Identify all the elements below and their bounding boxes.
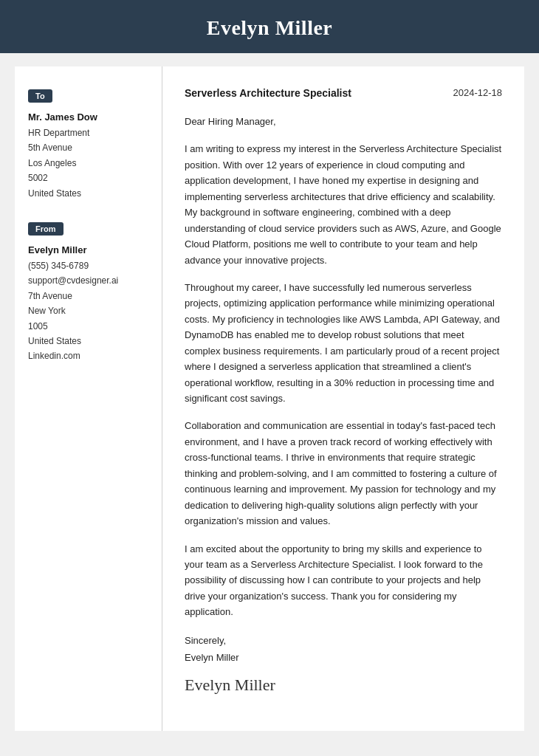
sender-city: New York	[28, 306, 66, 316]
to-badge: To	[28, 89, 52, 103]
recipient-city: Los Angeles	[28, 158, 76, 168]
content-area: To Mr. James Dow HR Department 5th Avenu…	[15, 66, 524, 731]
letter-salutation: Dear Hiring Manager,	[185, 114, 502, 129]
letter-body: Dear Hiring Manager, I am writing to exp…	[185, 114, 502, 620]
recipient-department: HR Department	[28, 128, 89, 138]
sender-street: 7th Avenue	[28, 291, 72, 301]
letter-date: 2024-12-18	[453, 87, 503, 98]
letter-paragraph-4: I am excited about the opportunity to br…	[185, 541, 502, 620]
sender-details: (555) 345-6789 support@cvdesigner.ai 7th…	[28, 258, 148, 364]
sender-email: support@cvdesigner.ai	[28, 275, 118, 286]
sender-name: Evelyn Miller	[28, 244, 148, 255]
sender-country: United States	[28, 336, 81, 346]
letter-paragraph-2: Throughout my career, I have successfull…	[185, 280, 502, 407]
header-name: Evelyn Miller	[0, 16, 539, 40]
letter-paragraph-3: Collaboration and communication are esse…	[185, 418, 502, 529]
letter-main: Serverless Architecture Specialist 2024-…	[162, 66, 524, 731]
page: Evelyn Miller To Mr. James Dow HR Depart…	[0, 0, 539, 756]
header: Evelyn Miller	[0, 0, 539, 53]
letter-closing: Sincerely, Evelyn Miller Evelyn Miller	[185, 632, 502, 700]
closing-text: Sincerely,	[185, 632, 502, 649]
recipient-street: 5th Avenue	[28, 142, 72, 153]
sender-zip: 1005	[28, 321, 48, 331]
from-badge: From	[28, 222, 63, 236]
to-section: To Mr. James Dow HR Department 5th Avenu…	[28, 89, 148, 201]
recipient-country: United States	[28, 188, 81, 199]
sender-phone: (555) 345-6789	[28, 261, 89, 271]
closing-name: Evelyn Miller	[185, 649, 502, 666]
sender-website: Linkedin.com	[28, 351, 80, 361]
recipient-name: Mr. James Dow	[28, 111, 148, 123]
letter-paragraph-1: I am writing to express my interest in t…	[185, 141, 502, 268]
letter-header: Serverless Architecture Specialist 2024-…	[185, 87, 502, 99]
recipient-zip: 5002	[28, 173, 48, 183]
from-section: From Evelyn Miller (555) 345-6789 suppor…	[28, 221, 148, 364]
signature: Evelyn Miller	[185, 670, 502, 700]
recipient-details: HR Department 5th Avenue Los Angeles 500…	[28, 126, 148, 201]
sidebar: To Mr. James Dow HR Department 5th Avenu…	[15, 66, 162, 731]
letter-title: Serverless Architecture Specialist	[185, 87, 351, 99]
